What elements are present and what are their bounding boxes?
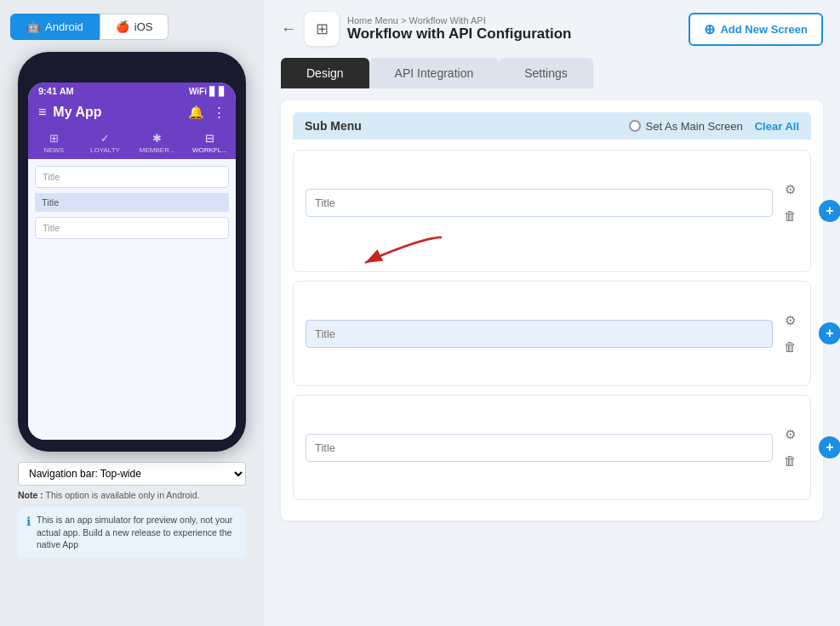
- plus-button-2[interactable]: +: [819, 322, 840, 344]
- back-button[interactable]: ←: [281, 20, 296, 38]
- loyalty-icon: ✓: [100, 132, 110, 145]
- add-screen-button[interactable]: ⊕ Add New Screen: [689, 13, 823, 46]
- clear-all-button[interactable]: Clear All: [755, 120, 799, 133]
- status-icons: WiFi ▊ ▊: [189, 87, 226, 96]
- plus-icon: ⊕: [704, 21, 715, 37]
- phone-nav: ⊞ NEWS ✓ LOYALTY ✱ MEMBER... ⊟ WORKFL...: [28, 128, 236, 159]
- ios-label: iOS: [134, 20, 153, 33]
- wifi-icon: WiFi: [189, 87, 207, 96]
- nav-item-member[interactable]: ✱ MEMBER...: [140, 132, 175, 154]
- phone-time: 9:41 AM: [38, 86, 74, 96]
- widget-section-2: ⚙ 🗑 +: [293, 281, 811, 386]
- phone-content: Title Title Title: [28, 159, 236, 440]
- main-content: Sub Menu Set As Main Screen Clear All: [264, 100, 840, 626]
- submenu-label: Sub Menu: [305, 119, 362, 133]
- widget-row-3: ⚙ 🗑: [306, 424, 800, 470]
- widget-input-3[interactable]: [306, 434, 773, 462]
- right-header: ← ⊞ Home Menu > Workflow With API Workfl…: [264, 12, 840, 58]
- tab-api-integration[interactable]: API Integration: [369, 58, 500, 88]
- tab-design[interactable]: Design: [281, 58, 369, 88]
- gear-icon-2[interactable]: ⚙: [780, 310, 800, 331]
- nav-bar-select[interactable]: Navigation bar: Top-wide: [18, 462, 246, 486]
- battery-icon: ▊: [219, 87, 226, 96]
- widget-row-1: ⚙ 🗑: [306, 179, 800, 225]
- content-card: Sub Menu Set As Main Screen Clear All: [281, 100, 823, 521]
- bell-icon[interactable]: 🔔: [188, 105, 204, 120]
- radio-circle: [629, 120, 641, 132]
- left-panel: 🤖 Android 🍎 iOS 9:41 AM WiFi ▊ ▊ ≡: [0, 0, 264, 626]
- phone-header-icons: 🔔 ⋮: [188, 105, 226, 120]
- android-icon: 🤖: [26, 20, 40, 33]
- widget-actions-2: ⚙ 🗑: [780, 310, 800, 356]
- gear-icon-1[interactable]: ⚙: [780, 179, 800, 200]
- android-btn[interactable]: 🤖 Android: [10, 14, 100, 40]
- widget-actions-1: ⚙ 🗑: [780, 179, 800, 225]
- widget-row-2: ⚙ 🗑: [306, 310, 800, 356]
- info-box: ℹ This is an app simulator for preview o…: [18, 507, 246, 558]
- trash-icon-2[interactable]: 🗑: [780, 336, 800, 356]
- breadcrumb: Home Menu > Workflow With API: [347, 15, 571, 26]
- right-panel: ← ⊞ Home Menu > Workflow With API Workfl…: [264, 0, 840, 626]
- submenu-header: Sub Menu Set As Main Screen Clear All: [293, 112, 811, 139]
- app-title: My App: [53, 105, 101, 120]
- workflow-icon: ⊟: [205, 132, 214, 145]
- phone-status-bar: 9:41 AM WiFi ▊ ▊: [28, 83, 236, 100]
- android-note: Note : This option is available only in …: [18, 490, 246, 500]
- phone-app-header: ≡ My App 🔔 ⋮: [28, 100, 236, 128]
- platform-switcher: 🤖 Android 🍎 iOS: [10, 14, 169, 40]
- screen-icon-box: ⊞: [305, 12, 339, 46]
- set-main-label: Set As Main Screen: [646, 120, 743, 133]
- android-label: Android: [45, 20, 83, 33]
- gear-icon-3[interactable]: ⚙: [780, 424, 800, 445]
- apple-icon: 🍎: [116, 20, 129, 33]
- widget-section-1: ⚙ 🗑: [293, 150, 811, 272]
- phone-input-3: Title: [35, 217, 229, 239]
- arrow-container: [306, 225, 800, 259]
- plus-button-3[interactable]: +: [819, 436, 840, 458]
- news-icon: ⊞: [49, 132, 59, 145]
- widgets-wrapper: ⚙ 🗑: [293, 150, 811, 500]
- phone-title-bar: Title: [35, 193, 229, 212]
- info-icon: ℹ: [26, 515, 31, 528]
- phone-input-1: Title: [35, 166, 229, 188]
- red-arrow: [357, 229, 459, 271]
- nav-item-news[interactable]: ⊞ NEWS: [37, 132, 71, 154]
- widget-input-1[interactable]: [306, 189, 773, 217]
- trash-icon-3[interactable]: 🗑: [780, 450, 800, 470]
- dots-icon[interactable]: ⋮: [213, 105, 226, 120]
- add-screen-label: Add New Screen: [720, 23, 808, 36]
- widget-section-3: ⚙ 🗑 +: [293, 395, 811, 500]
- submenu-right: Set As Main Screen Clear All: [629, 120, 799, 133]
- hamburger-icon[interactable]: ≡: [38, 105, 46, 120]
- info-text: This is an app simulator for preview onl…: [37, 514, 237, 551]
- nav-item-loyalty[interactable]: ✓ LOYALTY: [88, 132, 122, 154]
- widget-actions-3: ⚙ 🗑: [780, 424, 800, 470]
- nav-item-workflow[interactable]: ⊟ WORKFL...: [192, 132, 227, 154]
- title-area: Home Menu > Workflow With API Workflow w…: [347, 15, 571, 43]
- screen-title: Workflow with API Configuration: [347, 26, 571, 43]
- phone-screen: 9:41 AM WiFi ▊ ▊ ≡ My App 🔔 ⋮: [28, 83, 236, 440]
- phone-notch: [94, 64, 170, 79]
- plus-button-1[interactable]: +: [819, 200, 840, 222]
- ios-btn[interactable]: 🍎 iOS: [100, 14, 169, 40]
- tab-settings[interactable]: Settings: [499, 58, 593, 88]
- signal-icon: ▊: [209, 87, 216, 96]
- trash-icon-1[interactable]: 🗑: [780, 205, 800, 225]
- phone-mockup: 9:41 AM WiFi ▊ ▊ ≡ My App 🔔 ⋮: [18, 52, 246, 452]
- screen-icon: ⊞: [316, 20, 329, 38]
- breadcrumb-area: ← ⊞ Home Menu > Workflow With API Workfl…: [281, 12, 571, 46]
- widget-input-2[interactable]: [306, 320, 773, 348]
- tabs-bar: Design API Integration Settings: [264, 58, 840, 88]
- member-icon: ✱: [152, 132, 162, 145]
- set-main-screen-option[interactable]: Set As Main Screen: [629, 120, 743, 133]
- nav-select-area: Navigation bar: Top-wide Note : This opt…: [18, 462, 246, 558]
